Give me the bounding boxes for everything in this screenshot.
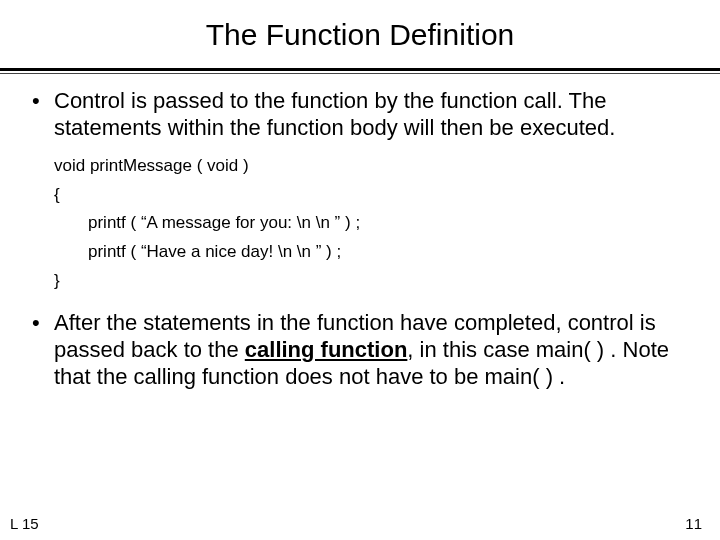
code-signature: void printMessage ( void ): [54, 152, 692, 181]
code-block: void printMessage ( void ) { printf ( “A…: [54, 152, 692, 296]
bullet-item: Control is passed to the function by the…: [28, 88, 692, 142]
code-line: printf ( “Have a nice day! \n \n ” ) ;: [54, 238, 692, 267]
title-rule-thick: [0, 68, 720, 71]
slide: The Function Definition Control is passe…: [0, 0, 720, 540]
footer-left: L 15: [10, 515, 39, 532]
code-brace-open: {: [54, 181, 692, 210]
bullet-list: Control is passed to the function by the…: [28, 88, 692, 142]
bullet-item: After the statements in the function hav…: [28, 310, 692, 390]
slide-title: The Function Definition: [0, 0, 720, 62]
slide-body: Control is passed to the function by the…: [0, 74, 720, 391]
bullet-list: After the statements in the function hav…: [28, 310, 692, 390]
code-line: printf ( “A message for you: \n \n ” ) ;: [54, 209, 692, 238]
code-brace-close: }: [54, 267, 692, 296]
bullet-text-bold: calling function: [245, 337, 408, 362]
page-number: 11: [685, 515, 702, 532]
